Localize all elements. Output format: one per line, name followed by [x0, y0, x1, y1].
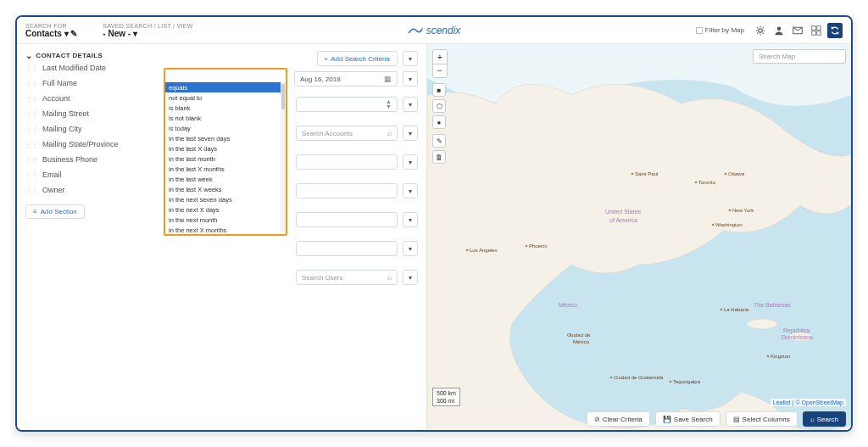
zoom-in-button[interactable]: + — [433, 50, 447, 64]
row-more-button[interactable]: ▾ — [403, 183, 418, 198]
grip-icon: ⋮⋮ — [25, 141, 37, 148]
operator-value: equals — [169, 72, 189, 80]
empty-input[interactable] — [296, 154, 398, 170]
row-more-button[interactable]: ▾ — [403, 71, 418, 87]
empty-input[interactable] — [296, 241, 398, 256]
operator-option[interactable]: in the next X months — [165, 225, 286, 234]
svg-text:Ciudad de Guatemala: Ciudad de Guatemala — [614, 375, 664, 380]
chevron-down-icon: ▾ — [409, 159, 412, 166]
mail-icon[interactable] — [790, 23, 805, 38]
main-split: CONTACT DETAILS ⋮⋮Last Modified Date⋮⋮Fu… — [17, 44, 851, 430]
filter-by-map-toggle[interactable]: Filter by Map — [696, 26, 744, 34]
add-section-button[interactable]: ≡ Add Section — [25, 204, 85, 219]
add-section-label: Add Section — [41, 208, 77, 215]
top-bar: SEARCH FOR Contacts ▾ ✎ SAVED SEARCH / L… — [17, 17, 851, 44]
sidebar-item[interactable]: ⋮⋮Full Name — [25, 75, 152, 91]
svg-text:La Habana: La Habana — [724, 307, 749, 312]
refresh-icon[interactable] — [827, 23, 843, 38]
clear-criteria-button[interactable]: ⊘Clear Criteria — [587, 411, 650, 427]
svg-point-40 — [767, 355, 770, 358]
user-icon[interactable] — [771, 23, 787, 38]
scrollbar[interactable] — [281, 82, 286, 234]
row-more-button[interactable]: ▾ — [403, 154, 418, 170]
polygon-tool-icon[interactable]: ⬠ — [432, 99, 446, 113]
select-columns-button[interactable]: ▤Select Columns — [726, 411, 798, 427]
sidebar-item[interactable]: ⋮⋮Business Phone — [25, 152, 152, 167]
map-panel[interactable]: United States of America Saint Paul Toro… — [427, 44, 851, 430]
sidebar-item-label: Email — [42, 170, 62, 179]
saved-search-selector[interactable]: SAVED SEARCH / LIST / VIEW - New - ▾ — [103, 23, 192, 38]
svg-point-13 — [632, 173, 634, 176]
empty-input[interactable] — [296, 183, 398, 198]
users-search-input[interactable]: Search Users ⌕ — [296, 270, 398, 285]
row-more-button[interactable]: ▾ — [403, 241, 418, 256]
search-icon: ⌕ — [387, 129, 392, 137]
operator-option[interactable]: in the next month — [165, 215, 286, 225]
operator-option[interactable]: in the next X days — [165, 204, 286, 215]
operator-option[interactable]: in the last X months — [165, 164, 286, 174]
sidebar-item[interactable]: ⋮⋮Last Modified Date — [25, 60, 152, 75]
operator-select[interactable]: equals ▲▼ — [165, 70, 286, 81]
section-header[interactable]: CONTACT DETAILS — [25, 51, 152, 60]
map-canvas[interactable]: United States of America Saint Paul Toro… — [427, 44, 851, 432]
list-icon: ≡ — [33, 208, 37, 215]
empty-input[interactable] — [296, 212, 398, 227]
svg-point-31 — [721, 309, 723, 311]
operator-option[interactable]: in the last X days — [165, 143, 286, 154]
search-for-selector[interactable]: SEARCH FOR Contacts ▾ ✎ — [25, 23, 77, 38]
filter-by-map-label: Filter by Map — [705, 26, 744, 34]
scrollbar-thumb[interactable] — [281, 84, 285, 109]
sidebar-item[interactable]: ⋮⋮Email — [25, 167, 152, 182]
svg-rect-5 — [812, 31, 816, 35]
criteria-more-button[interactable]: ▾ — [403, 51, 418, 66]
operator-dropdown[interactable]: equalsnot equal tois blankis not blankis… — [165, 81, 286, 234]
date-input[interactable]: Aug 16, 2018 ▦ — [294, 71, 398, 87]
grid-icon[interactable] — [809, 23, 824, 38]
search-button[interactable]: ⌕Search — [803, 411, 846, 427]
delete-tool-icon[interactable]: 🗑 — [432, 150, 446, 164]
sidebar-item[interactable]: ⋮⋮Mailing Street — [25, 106, 152, 121]
svg-text:Toronto: Toronto — [698, 180, 716, 185]
save-search-button[interactable]: 💾Save Search — [655, 411, 721, 427]
pin-icon: ✎ — [70, 29, 77, 38]
operator-option[interactable]: in the last week — [165, 174, 286, 184]
circle-tool-icon[interactable]: ● — [432, 115, 446, 129]
sidebar-item[interactable]: ⋮⋮Mailing City — [25, 121, 152, 137]
sidebar-item[interactable]: ⋮⋮Owner — [25, 182, 152, 198]
add-criteria-label: Add Search Criteria — [331, 55, 390, 63]
grip-icon: ⋮⋮ — [25, 64, 37, 72]
row-more-button[interactable]: ▾ — [403, 270, 418, 285]
row-more-button[interactable]: ▾ — [403, 97, 418, 112]
svg-point-23 — [526, 245, 528, 248]
operator-option[interactable]: in the last X weeks — [165, 184, 286, 194]
operator-option[interactable]: is today — [165, 123, 286, 133]
operator-option[interactable]: in the next seven days — [165, 194, 286, 204]
operator-option[interactable]: is not blank — [165, 113, 286, 123]
svg-point-15 — [695, 182, 698, 184]
row-more-button[interactable]: ▾ — [403, 212, 418, 227]
sidebar-item-label: Mailing City — [42, 125, 82, 133]
operator-option[interactable]: not equal to — [165, 92, 286, 103]
row-more-button[interactable]: ▾ — [403, 126, 418, 141]
add-criteria-button[interactable]: + Add Search Criteria — [317, 51, 398, 66]
svg-text:Kingston: Kingston — [771, 354, 790, 359]
sidebar-item[interactable]: ⋮⋮Mailing State/Province — [25, 137, 152, 152]
search-icon: ⌕ — [810, 416, 815, 423]
accounts-search-input[interactable]: Search Accounts ⌕ — [296, 126, 398, 141]
sidebar-item[interactable]: ⋮⋮Account — [25, 91, 152, 106]
users-placeholder: Search Users — [302, 274, 342, 282]
operator-option[interactable]: equals — [165, 82, 286, 92]
gear-icon[interactable] — [753, 23, 768, 38]
chevron-down-icon: ▾ — [409, 216, 412, 224]
map-search-input[interactable]: Search Map — [753, 49, 846, 64]
rectangle-tool-icon[interactable]: ■ — [432, 83, 446, 97]
operator-option[interactable]: in the last seven days — [165, 133, 286, 143]
operator-option[interactable]: is blank — [165, 103, 286, 113]
criteria-panel: CONTACT DETAILS ⋮⋮Last Modified Date⋮⋮Fu… — [17, 44, 427, 430]
svg-point-29 — [570, 334, 572, 337]
zoom-out-button[interactable]: − — [433, 64, 447, 77]
empty-input[interactable]: ▲▼ — [296, 97, 398, 112]
svg-text:Los Angeles: Los Angeles — [470, 248, 498, 253]
edit-tool-icon[interactable]: ✎ — [432, 134, 446, 148]
operator-option[interactable]: in the last month — [165, 154, 286, 164]
